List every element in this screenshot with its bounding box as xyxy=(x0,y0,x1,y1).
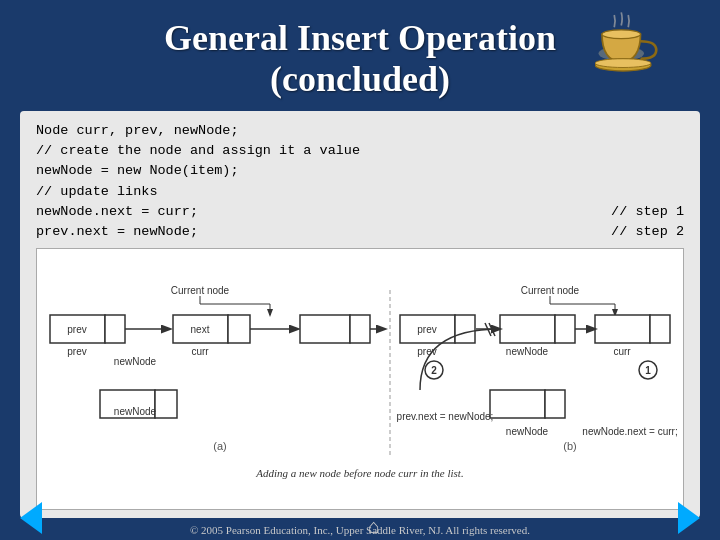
svg-text:prev.next = newNode;: prev.next = newNode; xyxy=(397,411,494,422)
svg-text:2: 2 xyxy=(431,365,437,376)
nav-next-button[interactable] xyxy=(678,502,700,534)
svg-rect-34 xyxy=(555,315,575,343)
title-area: General Insert Operation (concluded) xyxy=(0,0,720,111)
svg-text:next: next xyxy=(191,324,210,335)
svg-rect-44 xyxy=(490,390,545,418)
nav-prev-button[interactable] xyxy=(20,502,42,534)
svg-text:prev: prev xyxy=(417,346,436,357)
footer: © 2005 Pearson Education, Inc., Upper Sa… xyxy=(0,518,720,540)
svg-text:curr: curr xyxy=(191,346,209,357)
svg-text:newNode.next = curr;: newNode.next = curr; xyxy=(582,426,677,437)
slide: General Insert Operation (concluded) xyxy=(0,0,720,540)
svg-text:(a): (a) xyxy=(213,440,226,452)
svg-text:Current node: Current node xyxy=(171,285,230,296)
svg-text:(b): (b) xyxy=(563,440,576,452)
svg-text:newNode: newNode xyxy=(114,356,157,367)
svg-point-3 xyxy=(595,59,651,68)
svg-rect-16 xyxy=(300,315,350,343)
prev-arrow-icon xyxy=(20,502,42,534)
nav-home-button[interactable]: ⌂ xyxy=(368,515,380,538)
svg-point-1 xyxy=(602,30,641,39)
code-line-5: newNode.next = curr; // step 1 xyxy=(36,202,684,222)
svg-rect-31 xyxy=(455,315,475,343)
next-arrow-icon xyxy=(678,502,700,534)
svg-text:curr: curr xyxy=(613,346,631,357)
svg-rect-17 xyxy=(350,315,370,343)
svg-text:Current node: Current node xyxy=(521,285,580,296)
content-box: Node curr, prev, newNode; // create the … xyxy=(20,111,700,518)
coffee-cup-icon xyxy=(595,8,665,73)
svg-rect-35 xyxy=(595,315,650,343)
svg-rect-22 xyxy=(155,390,177,418)
code-line-1: Node curr, prev, newNode; xyxy=(36,121,684,141)
svg-text:prev: prev xyxy=(417,324,436,335)
home-icon: ⌂ xyxy=(368,515,380,538)
diagram-box: Current node prev next xyxy=(36,248,684,510)
svg-rect-36 xyxy=(650,315,670,343)
code-line-6: prev.next = newNode; // step 2 xyxy=(36,222,684,242)
code-line-4: // update links xyxy=(36,182,684,202)
svg-rect-45 xyxy=(545,390,565,418)
svg-text:prev: prev xyxy=(67,324,86,335)
code-line-2: // create the node and assign it a value xyxy=(36,141,684,161)
svg-text:newNode: newNode xyxy=(506,426,549,437)
svg-text:1: 1 xyxy=(645,365,651,376)
code-section: Node curr, prev, newNode; // create the … xyxy=(36,121,684,243)
svg-rect-33 xyxy=(500,315,555,343)
linked-list-diagram: Current node prev next xyxy=(40,280,680,465)
svg-text:newNode: newNode xyxy=(114,406,157,417)
slide-title: General Insert Operation (concluded) xyxy=(80,18,640,101)
code-line-3: newNode = new Node(item); xyxy=(36,161,684,181)
svg-rect-9 xyxy=(105,315,125,343)
svg-text:prev: prev xyxy=(67,346,86,357)
footer-text: © 2005 Pearson Education, Inc., Upper Sa… xyxy=(190,524,530,536)
svg-rect-13 xyxy=(228,315,250,343)
diagram-caption: Adding a new node before node curr in th… xyxy=(256,467,463,479)
svg-text:newNode: newNode xyxy=(506,346,549,357)
